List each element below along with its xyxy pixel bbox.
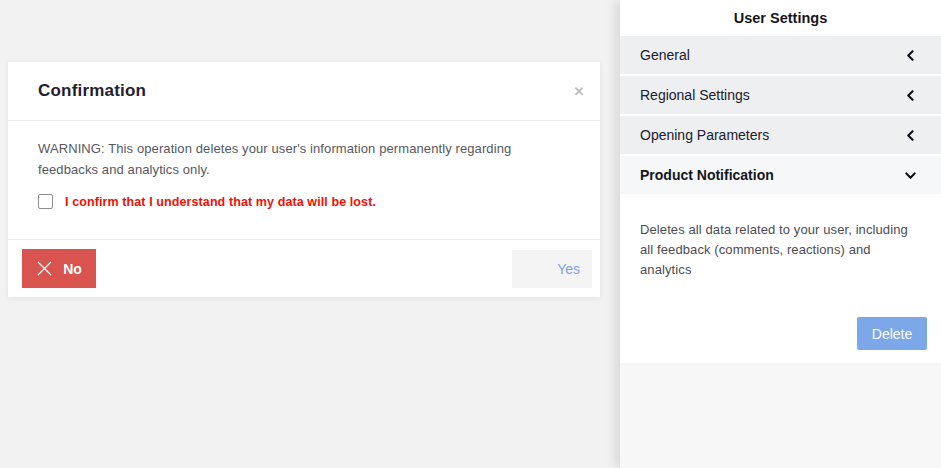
confirm-checkbox-label[interactable]: I confirm that I understand that my data… — [65, 195, 376, 209]
delete-button[interactable]: Delete — [857, 317, 927, 350]
confirmation-dialog: Confirmation ✕ WARNING: This operation d… — [8, 62, 600, 297]
accordion-item-label: Product Notification — [640, 167, 774, 183]
delete-row: Delete — [620, 317, 941, 350]
no-button[interactable]: No — [22, 249, 96, 288]
chevron-left-icon — [904, 129, 917, 142]
product-notification-description: Deletes all data related to your user, i… — [620, 194, 941, 279]
dialog-title: Confirmation — [38, 81, 146, 101]
user-settings-sidebar: User Settings General Regional Settings … — [620, 0, 941, 468]
app-canvas: Confirmation ✕ WARNING: This operation d… — [0, 0, 941, 468]
confirm-row: I confirm that I understand that my data… — [38, 194, 570, 209]
accordion-item-label: General — [640, 47, 690, 63]
accordion-item-label: Regional Settings — [640, 87, 750, 103]
chevron-down-icon — [904, 169, 917, 182]
accordion-item-product-notification[interactable]: Product Notification — [620, 156, 941, 194]
close-icon[interactable]: ✕ — [570, 82, 588, 100]
x-icon — [36, 260, 53, 277]
dialog-body: WARNING: This operation deletes your use… — [8, 121, 600, 209]
no-button-label: No — [63, 261, 82, 277]
delete-button-label: Delete — [872, 326, 912, 342]
accordion-item-regional-settings[interactable]: Regional Settings — [620, 76, 941, 114]
dialog-footer: No Yes — [8, 239, 600, 297]
accordion-item-label: Opening Parameters — [640, 127, 769, 143]
sidebar-title: User Settings — [620, 0, 941, 36]
dialog-header: Confirmation ✕ — [8, 62, 600, 121]
accordion-item-general[interactable]: General — [620, 36, 941, 74]
chevron-left-icon — [904, 49, 917, 62]
confirm-checkbox[interactable] — [38, 194, 53, 209]
warning-text: WARNING: This operation deletes your use… — [38, 139, 570, 180]
yes-button-label: Yes — [557, 261, 580, 277]
sidebar-bottom-area — [620, 363, 941, 468]
chevron-left-icon — [904, 89, 917, 102]
accordion-item-opening-parameters[interactable]: Opening Parameters — [620, 116, 941, 154]
yes-button[interactable]: Yes — [512, 250, 592, 288]
